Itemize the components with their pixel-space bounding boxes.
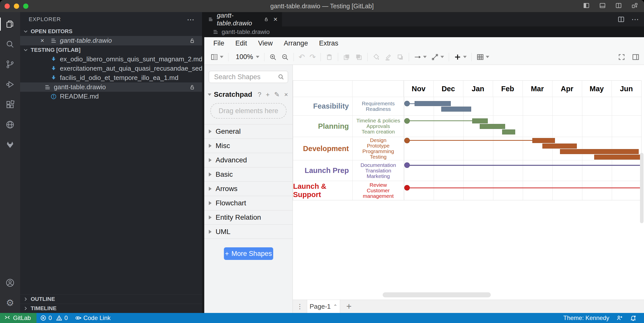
lock-icon[interactable] [264,16,269,23]
notifications-bell-icon[interactable] [626,313,640,323]
scratchpad-add-icon[interactable]: + [266,91,270,99]
file-row[interactable]: README.md [20,92,202,101]
file-row-selected[interactable]: gantt-table.drawio [20,82,202,92]
problems-indicator[interactable]: 0 0 [36,313,71,323]
gantt-month-cell[interactable]: Jun [612,81,641,97]
drawio-canvas[interactable]: NovDecJanFebMarAprMayJun FeasibilityRequ… [293,65,644,300]
fill-color-icon[interactable] [370,52,382,63]
horizontal-scrollbar[interactable] [383,292,491,297]
gantt-bar[interactable] [441,107,471,112]
breadcrumb[interactable]: gantt-table.drawio [202,26,644,37]
gantt-bar[interactable] [472,118,488,123]
shape-section-misc[interactable]: Misc [204,139,293,153]
explorer-icon[interactable] [0,14,20,34]
close-editor-icon[interactable]: × [37,37,47,44]
menu-edit[interactable]: Edit [230,39,253,47]
zoom-in-icon[interactable] [267,52,279,63]
format-panel-icon[interactable] [632,53,639,61]
gantt-connector-line[interactable] [407,188,642,188]
waypoint-line-icon[interactable] [429,52,446,63]
gantt-phase-label[interactable]: Development [293,137,353,160]
gantt-bar[interactable] [542,144,577,149]
globe-icon[interactable] [0,115,20,135]
shadow-icon[interactable] [394,52,406,63]
gitlab-icon[interactable] [0,135,20,155]
tab-gantt-table[interactable]: gantt-table.drawio × [202,12,282,26]
gantt-task-list[interactable]: Timeline & policiesApprovalsTeam creatio… [353,116,404,137]
customize-layout-icon[interactable] [631,2,638,10]
gantt-bar[interactable] [480,124,505,129]
insert-icon[interactable] [452,52,469,63]
theme-indicator[interactable]: Theme: Kennedy [560,313,613,323]
gantt-bar[interactable] [594,155,642,160]
scratchpad-dropzone[interactable]: Drag elements here [210,103,287,119]
zoom-level-dropdown[interactable]: 100% [231,52,262,63]
scratchpad-header[interactable]: Scratchpad ? + ✎ × [204,85,293,102]
file-row[interactable]: facilis_id_odio_et_tempore_illo_ea_1.md [20,73,202,82]
gantt-month-cell[interactable]: May [582,81,612,97]
redo-icon[interactable]: ↷ [307,52,318,63]
gantt-phase-label[interactable]: Planning [293,116,353,137]
explorer-more-actions-icon[interactable]: ⋯ [187,15,195,24]
to-back-icon[interactable] [353,52,365,63]
outline-section[interactable]: OUTLINE [20,294,202,304]
gantt-milestone-circle[interactable] [404,138,410,143]
add-page-icon[interactable]: + [340,300,358,313]
shape-section-uml[interactable]: UML [204,224,293,239]
gantt-month-cell[interactable]: Nov [404,81,433,97]
remote-indicator[interactable]: GitLab [0,313,36,323]
run-debug-icon[interactable] [0,74,20,95]
vertical-scrollbar[interactable] [640,153,643,223]
line-color-icon[interactable] [382,52,394,63]
gantt-month-cell[interactable]: Dec [433,81,463,97]
view-panels-button[interactable] [208,52,226,63]
gantt-milestone-circle[interactable] [404,118,410,124]
gantt-month-cell[interactable]: Apr [552,81,582,97]
gantt-month-cell[interactable]: Feb [493,81,522,97]
timeline-section[interactable]: TIMELINE [20,304,202,313]
file-row[interactable]: exercitationem_aut_quia_quasi_recusandae… [20,64,202,73]
settings-gear-icon[interactable]: ⚙ [0,293,20,313]
editor-more-actions-icon[interactable]: ⋯ [631,15,639,24]
gantt-bar[interactable] [415,101,451,106]
close-tab-icon[interactable]: × [273,15,277,23]
shape-section-basic[interactable]: Basic [204,167,293,181]
feedback-icon[interactable] [613,313,626,323]
page-tab[interactable]: Page-1 ⌃ [307,300,340,313]
code-link-indicator[interactable]: Code Link [71,313,114,323]
file-row[interactable]: ex_odio_libero_omnis_quis_sunt_magnam_2.… [20,55,202,64]
menu-arrange[interactable]: Arrange [278,39,313,47]
table-icon[interactable] [474,52,492,63]
zoom-out-icon[interactable] [279,52,291,63]
connection-arrow-icon[interactable] [412,52,429,63]
gantt-task-list[interactable]: ReviewCustomer management [353,181,404,200]
fullscreen-icon[interactable] [618,53,625,61]
gantt-phase-label[interactable]: Launch & Support [293,181,353,200]
extensions-icon[interactable] [0,95,20,115]
search-icon[interactable] [0,34,20,54]
search-shapes-input[interactable] [209,71,288,83]
gantt-connector-line[interactable] [407,140,532,141]
search-icon[interactable] [277,73,285,80]
gantt-connector-line[interactable] [407,120,472,121]
gantt-milestone-circle[interactable] [404,162,410,168]
open-editors-section[interactable]: OPEN EDITORS [20,27,202,36]
menu-view[interactable]: View [253,39,278,47]
pages-menu-icon[interactable]: ⋮ [293,300,307,313]
scratchpad-close-icon[interactable]: × [284,91,288,99]
workspace-section[interactable]: TESTING [GITLAB] [20,45,202,55]
split-editor-icon[interactable] [617,16,625,23]
toggle-sidebar-icon[interactable] [583,2,590,10]
source-control-icon[interactable] [0,54,20,74]
gantt-task-list[interactable]: DocumentationTranslationMarketing [353,160,404,181]
gantt-milestone-circle[interactable] [404,185,410,191]
gantt-connector-line[interactable] [407,165,642,166]
menu-file[interactable]: File [208,39,230,47]
more-shapes-button[interactable]: + More Shapes [224,247,273,260]
account-icon[interactable] [0,273,20,293]
to-front-icon[interactable] [341,52,353,63]
gantt-bar[interactable] [532,138,555,143]
gantt-month-cell[interactable]: Mar [522,81,552,97]
gantt-bar[interactable] [560,149,639,154]
shape-section-general[interactable]: General [204,124,293,139]
